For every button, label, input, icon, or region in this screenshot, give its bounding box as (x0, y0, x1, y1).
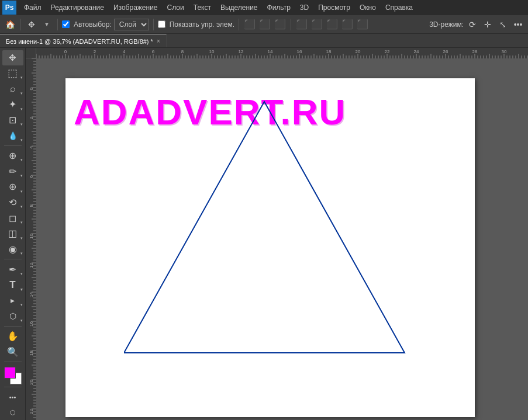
align-right-icon[interactable]: ⬛ (274, 18, 287, 31)
tool-selection-rect[interactable]: ⬚▾ (2, 66, 23, 81)
3d-rotate-icon[interactable]: ⟳ (466, 18, 479, 31)
canvas-area: // Draw ruler ticks inline via JS ADADVE… (26, 48, 528, 420)
show-controls-label: Показать упр. элем. (170, 20, 234, 29)
autoselect-checkbox[interactable] (62, 20, 70, 28)
menubar: Ps Файл Редактирование Изображение Слои … (0, 0, 528, 15)
tool-sep-1 (4, 145, 22, 146)
layer-select[interactable]: Слой (114, 19, 149, 30)
3d-pan-icon[interactable]: ✛ (481, 18, 494, 31)
toolbar-sep-3 (153, 19, 154, 30)
align-center-icon[interactable]: ⬛ (258, 18, 271, 31)
tool-healing[interactable]: ⊕▾ (2, 148, 23, 164)
document-tab[interactable]: Без имени-1 @ 36,7% (ADADVERT.RU, RGB/8#… (0, 34, 167, 47)
tool-text[interactable]: T▾ (2, 277, 23, 293)
tool-zoom[interactable]: 🔍 (2, 344, 23, 359)
show-controls-checkbox[interactable] (158, 20, 165, 28)
svg-rect-0 (36, 48, 528, 58)
tab-close[interactable]: × (157, 38, 160, 44)
menu-3d[interactable]: 3D (296, 2, 313, 13)
toolbar-end: 3D-режим: ⟳ ✛ ⤡ ••• (429, 18, 524, 31)
tool-clone[interactable]: ⊛▾ (2, 179, 23, 195)
tool-path-select[interactable]: ▸▾ (2, 293, 23, 308)
main-area: ✥ ⬚▾ ⌕▾ ✦▾ ⊡▾ 💧▾ ⊕▾ ✏▾ ⊛▾ ⟲▾ ◻▾ ◫▾ ◉▾ ✒▾… (0, 48, 528, 420)
tool-burn[interactable]: ◉▾ (2, 242, 23, 257)
home-icon[interactable]: 🏠 (4, 18, 16, 31)
document-canvas: ADADVERT.RU (65, 78, 475, 417)
ps-logo: Ps (2, 1, 16, 15)
tool-extra[interactable]: ⬡ (2, 405, 23, 420)
more-options-icon[interactable]: ••• (512, 18, 524, 31)
toolbox: ✥ ⬚▾ ⌕▾ ✦▾ ⊡▾ 💧▾ ⊕▾ ✏▾ ⊛▾ ⟲▾ ◻▾ ◫▾ ◉▾ ✒▾… (0, 48, 26, 420)
align-middle-icon[interactable]: ⬛ (310, 18, 323, 31)
menu-filter[interactable]: Фильтр (263, 2, 295, 13)
tool-sep-5 (4, 387, 22, 387)
menu-window[interactable]: Окно (356, 2, 380, 13)
menu-text[interactable]: Текст (189, 2, 215, 13)
ruler-vertical (26, 58, 36, 420)
tool-pen[interactable]: ✒▾ (2, 262, 23, 277)
ruler-horizontal: // Draw ruler ticks inline via JS (36, 48, 528, 58)
distribute-icon[interactable]: ⬛ (341, 18, 354, 31)
tool-sep-4 (4, 362, 22, 362)
tool-sep-2 (4, 259, 22, 259)
tool-eyedropper[interactable]: 💧▾ (2, 128, 23, 143)
color-swatches[interactable] (4, 367, 22, 384)
canvas-triangle (124, 90, 486, 388)
autoselect-label: Автовыбор: (74, 20, 112, 29)
top-toolbar: 🏠 ✥ ▼ Автовыбор: Слой Показать упр. элем… (0, 15, 528, 34)
menu-file[interactable]: Файл (20, 2, 46, 13)
foreground-color-swatch[interactable] (4, 367, 16, 379)
tool-eraser[interactable]: ◻▾ (2, 210, 23, 225)
tool-lasso[interactable]: ⌕▾ (2, 81, 23, 96)
menu-image[interactable]: Изображение (109, 2, 162, 13)
menu-select[interactable]: Выделение (216, 2, 262, 13)
tool-move[interactable]: ✥ (2, 50, 23, 65)
tab-title: Без имени-1 @ 36,7% (ADADVERT.RU, RGB/8#… (6, 38, 153, 45)
tool-history-brush[interactable]: ⟲▾ (2, 195, 23, 210)
tool-gradient[interactable]: ◫▾ (2, 226, 23, 241)
tool-more[interactable]: ••• (2, 390, 23, 405)
svg-rect-2 (26, 58, 36, 420)
tool-shape[interactable]: ⬡▾ (2, 308, 23, 324)
toolbar-sep-1 (20, 19, 21, 30)
tool-crop[interactable]: ⊡▾ (2, 113, 23, 128)
toolbar-sep-5 (291, 19, 291, 30)
tool-hand[interactable]: ✋ (2, 329, 23, 344)
align-left-icon[interactable]: ⬛ (243, 18, 256, 31)
menu-view[interactable]: Просмотр (314, 2, 354, 13)
tool-magic-wand[interactable]: ✦▾ (2, 97, 23, 112)
tool-brush[interactable]: ✏▾ (2, 164, 23, 179)
tool-sep-3 (4, 326, 22, 327)
ruler-corner (26, 48, 36, 58)
align-top-icon[interactable]: ⬛ (295, 18, 308, 31)
triangle-shape (124, 102, 405, 353)
menu-edit[interactable]: Редактирование (47, 2, 108, 13)
menu-layers[interactable]: Слои (163, 2, 188, 13)
distribute2-icon[interactable]: ⬛ (356, 18, 369, 31)
3d-mode-label: 3D-режим: (429, 20, 464, 29)
3d-zoom-icon[interactable]: ⤡ (496, 18, 509, 31)
tabbar: Без имени-1 @ 36,7% (ADADVERT.RU, RGB/8#… (0, 34, 528, 48)
align-bottom-icon[interactable]: ⬛ (326, 18, 339, 31)
toolbar-sep-2 (57, 19, 58, 30)
toolbar-sep-4 (239, 19, 239, 30)
move-options-icon[interactable]: ▼ (40, 18, 53, 31)
menu-help[interactable]: Справка (381, 2, 417, 13)
move-tool-icon[interactable]: ✥ (25, 18, 38, 31)
